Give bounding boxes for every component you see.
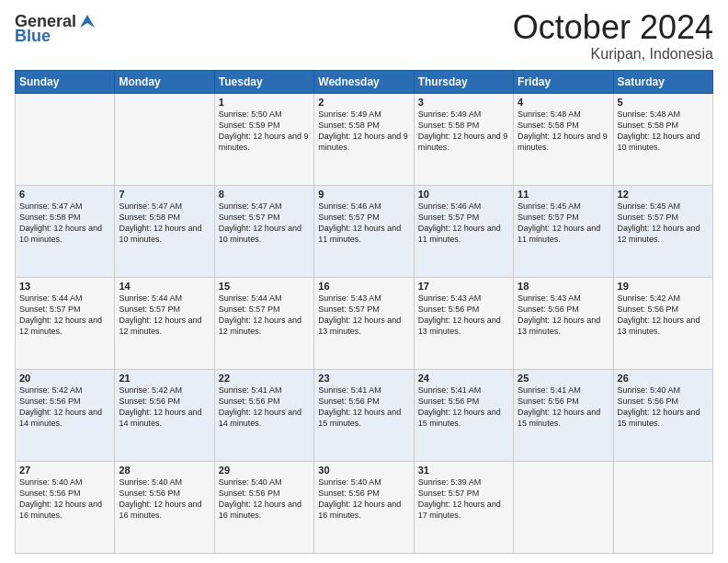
day-info: Sunrise: 5:50 AMSunset: 5:59 PMDaylight:… — [219, 109, 310, 154]
table-row: 24Sunrise: 5:41 AMSunset: 5:56 PMDayligh… — [414, 369, 513, 461]
day-info: Sunrise: 5:41 AMSunset: 5:56 PMDaylight:… — [318, 385, 409, 430]
week-row-2: 6Sunrise: 5:47 AMSunset: 5:58 PMDaylight… — [16, 185, 713, 277]
day-info: Sunrise: 5:47 AMSunset: 5:58 PMDaylight:… — [19, 201, 110, 246]
table-row: 17Sunrise: 5:43 AMSunset: 5:56 PMDayligh… — [414, 277, 513, 369]
day-number: 27 — [19, 465, 110, 476]
day-number: 29 — [219, 465, 310, 476]
day-info: Sunrise: 5:45 AMSunset: 5:57 PMDaylight:… — [618, 201, 709, 246]
day-info: Sunrise: 5:43 AMSunset: 5:57 PMDaylight:… — [318, 293, 409, 338]
day-number: 25 — [518, 373, 609, 384]
table-row: 5Sunrise: 5:48 AMSunset: 5:58 PMDaylight… — [613, 93, 712, 185]
day-number: 22 — [219, 373, 310, 384]
month-title: October 2024 — [513, 9, 713, 46]
day-info: Sunrise: 5:40 AMSunset: 5:56 PMDaylight:… — [318, 477, 409, 522]
table-row: 2Sunrise: 5:49 AMSunset: 5:58 PMDaylight… — [314, 93, 414, 185]
day-number: 7 — [119, 189, 210, 200]
day-number: 2 — [318, 97, 409, 108]
day-info: Sunrise: 5:46 AMSunset: 5:57 PMDaylight:… — [318, 201, 409, 246]
day-info: Sunrise: 5:41 AMSunset: 5:56 PMDaylight:… — [418, 385, 509, 430]
day-info: Sunrise: 5:40 AMSunset: 5:56 PMDaylight:… — [119, 477, 210, 522]
table-row — [514, 461, 613, 553]
logo: General Blue — [15, 13, 97, 46]
table-row: 28Sunrise: 5:40 AMSunset: 5:56 PMDayligh… — [115, 461, 214, 553]
col-tuesday: Tuesday — [214, 70, 313, 93]
day-info: Sunrise: 5:45 AMSunset: 5:57 PMDaylight:… — [518, 201, 609, 246]
day-info: Sunrise: 5:42 AMSunset: 5:56 PMDaylight:… — [618, 293, 709, 338]
day-info: Sunrise: 5:40 AMSunset: 5:56 PMDaylight:… — [19, 477, 110, 522]
day-number: 23 — [318, 373, 409, 384]
day-number: 12 — [618, 189, 709, 200]
table-row: 11Sunrise: 5:45 AMSunset: 5:57 PMDayligh… — [514, 185, 613, 277]
table-row: 23Sunrise: 5:41 AMSunset: 5:56 PMDayligh… — [314, 369, 414, 461]
day-info: Sunrise: 5:48 AMSunset: 5:58 PMDaylight:… — [618, 109, 709, 154]
week-row-3: 13Sunrise: 5:44 AMSunset: 5:57 PMDayligh… — [16, 277, 713, 369]
day-info: Sunrise: 5:44 AMSunset: 5:57 PMDaylight:… — [119, 293, 210, 338]
day-info: Sunrise: 5:40 AMSunset: 5:56 PMDaylight:… — [219, 477, 310, 522]
table-row: 1Sunrise: 5:50 AMSunset: 5:59 PMDaylight… — [214, 93, 313, 185]
svg-marker-0 — [80, 15, 95, 28]
day-number: 21 — [119, 373, 210, 384]
day-number: 24 — [418, 373, 509, 384]
header-row: Sunday Monday Tuesday Wednesday Thursday… — [16, 70, 713, 93]
day-info: Sunrise: 5:43 AMSunset: 5:56 PMDaylight:… — [418, 293, 509, 338]
day-info: Sunrise: 5:42 AMSunset: 5:56 PMDaylight:… — [19, 385, 110, 430]
table-row: 22Sunrise: 5:41 AMSunset: 5:56 PMDayligh… — [214, 369, 313, 461]
table-row — [115, 93, 214, 185]
table-row: 25Sunrise: 5:41 AMSunset: 5:56 PMDayligh… — [514, 369, 613, 461]
table-row: 29Sunrise: 5:40 AMSunset: 5:56 PMDayligh… — [214, 461, 313, 553]
table-row: 21Sunrise: 5:42 AMSunset: 5:56 PMDayligh… — [115, 369, 214, 461]
day-info: Sunrise: 5:49 AMSunset: 5:58 PMDaylight:… — [318, 109, 409, 154]
day-number: 17 — [418, 281, 509, 292]
table-row: 31Sunrise: 5:39 AMSunset: 5:57 PMDayligh… — [414, 461, 513, 553]
table-row: 30Sunrise: 5:40 AMSunset: 5:56 PMDayligh… — [314, 461, 414, 553]
day-number: 16 — [318, 281, 409, 292]
col-friday: Friday — [514, 70, 613, 93]
col-sunday: Sunday — [16, 70, 115, 93]
day-number: 28 — [119, 465, 210, 476]
day-info: Sunrise: 5:41 AMSunset: 5:56 PMDaylight:… — [219, 385, 310, 430]
table-row: 26Sunrise: 5:40 AMSunset: 5:56 PMDayligh… — [613, 369, 712, 461]
day-number: 19 — [618, 281, 709, 292]
day-number: 5 — [618, 97, 709, 108]
day-info: Sunrise: 5:49 AMSunset: 5:58 PMDaylight:… — [418, 109, 509, 154]
page: General Blue October 2024 Kuripan, Indon… — [0, 0, 728, 563]
table-row: 14Sunrise: 5:44 AMSunset: 5:57 PMDayligh… — [115, 277, 214, 369]
day-info: Sunrise: 5:47 AMSunset: 5:58 PMDaylight:… — [119, 201, 210, 246]
table-row: 6Sunrise: 5:47 AMSunset: 5:58 PMDaylight… — [16, 185, 115, 277]
day-number: 3 — [418, 97, 509, 108]
day-info: Sunrise: 5:47 AMSunset: 5:57 PMDaylight:… — [219, 201, 310, 246]
day-number: 13 — [19, 281, 110, 292]
logo-arrow-icon — [78, 11, 97, 29]
col-wednesday: Wednesday — [314, 70, 414, 93]
day-number: 8 — [219, 189, 310, 200]
title-block: October 2024 Kuripan, Indonesia — [513, 9, 713, 63]
table-row: 9Sunrise: 5:46 AMSunset: 5:57 PMDaylight… — [314, 185, 414, 277]
table-row: 15Sunrise: 5:44 AMSunset: 5:57 PMDayligh… — [214, 277, 313, 369]
day-number: 14 — [119, 281, 210, 292]
day-info: Sunrise: 5:44 AMSunset: 5:57 PMDaylight:… — [19, 293, 110, 338]
table-row: 27Sunrise: 5:40 AMSunset: 5:56 PMDayligh… — [16, 461, 115, 553]
day-number: 31 — [418, 465, 509, 476]
col-thursday: Thursday — [414, 70, 513, 93]
col-saturday: Saturday — [613, 70, 712, 93]
day-info: Sunrise: 5:39 AMSunset: 5:57 PMDaylight:… — [418, 477, 509, 522]
day-number: 18 — [518, 281, 609, 292]
day-number: 15 — [219, 281, 310, 292]
table-row: 8Sunrise: 5:47 AMSunset: 5:57 PMDaylight… — [214, 185, 313, 277]
week-row-1: 1Sunrise: 5:50 AMSunset: 5:59 PMDaylight… — [16, 93, 713, 185]
day-number: 20 — [19, 373, 110, 384]
table-row: 13Sunrise: 5:44 AMSunset: 5:57 PMDayligh… — [16, 277, 115, 369]
subtitle: Kuripan, Indonesia — [513, 46, 713, 63]
day-info: Sunrise: 5:40 AMSunset: 5:56 PMDaylight:… — [618, 385, 709, 430]
calendar: Sunday Monday Tuesday Wednesday Thursday… — [15, 70, 713, 554]
day-info: Sunrise: 5:42 AMSunset: 5:56 PMDaylight:… — [119, 385, 210, 430]
day-info: Sunrise: 5:41 AMSunset: 5:56 PMDaylight:… — [518, 385, 609, 430]
table-row: 20Sunrise: 5:42 AMSunset: 5:56 PMDayligh… — [16, 369, 115, 461]
day-number: 30 — [318, 465, 409, 476]
header: General Blue October 2024 Kuripan, Indon… — [15, 9, 713, 63]
table-row: 16Sunrise: 5:43 AMSunset: 5:57 PMDayligh… — [314, 277, 414, 369]
table-row: 3Sunrise: 5:49 AMSunset: 5:58 PMDaylight… — [414, 93, 513, 185]
day-info: Sunrise: 5:43 AMSunset: 5:56 PMDaylight:… — [518, 293, 609, 338]
table-row: 18Sunrise: 5:43 AMSunset: 5:56 PMDayligh… — [514, 277, 613, 369]
table-row: 19Sunrise: 5:42 AMSunset: 5:56 PMDayligh… — [613, 277, 712, 369]
